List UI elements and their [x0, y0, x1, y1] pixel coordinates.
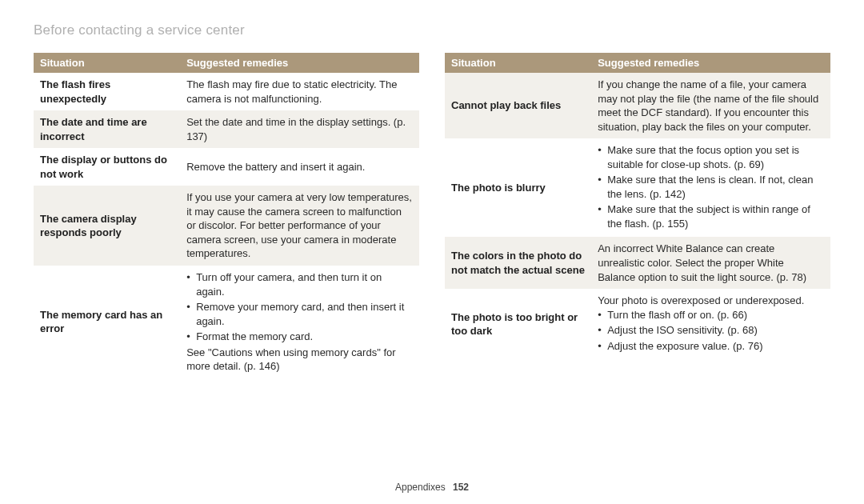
remedy-cell: Turn off your camera, and then turn it o…: [180, 266, 419, 378]
page-footer: Appendixes 152: [0, 482, 864, 493]
list-item: Adjust the ISO sensitivity. (p. 68): [598, 323, 824, 338]
situation-cell: The flash fires unexpectedly: [34, 73, 180, 110]
header-situation: Situation: [445, 53, 591, 73]
table-row: The photo is blurry Make sure that the f…: [445, 138, 830, 237]
situation-cell: The colors in the photo do not match the…: [445, 237, 591, 289]
remedy-cell: Remove the battery and insert it again.: [180, 148, 419, 186]
remedy-cell: If you use your camera at very low tempe…: [180, 186, 419, 266]
situation-cell: The camera display responds poorly: [34, 186, 180, 266]
table-row: The flash fires unexpectedly The flash m…: [34, 73, 419, 110]
list-item: Make sure that the focus option you set …: [598, 143, 824, 171]
table-row: The date and time are incorrect Set the …: [34, 110, 419, 148]
table-row: The display or buttons do not work Remov…: [34, 148, 419, 186]
table-row: Cannot play back files If you change the…: [445, 73, 830, 138]
header-remedies: Suggested remedies: [180, 53, 419, 73]
remedy-bullets: Turn the flash off or on. (p. 66) Adjust…: [598, 308, 824, 354]
situation-cell: The memory card has an error: [34, 266, 180, 378]
header-remedies: Suggested remedies: [591, 53, 830, 73]
situation-cell: The date and time are incorrect: [34, 110, 180, 148]
situation-cell: Cannot play back files: [445, 73, 591, 138]
remedy-cell: The flash may fire due to static electri…: [180, 73, 419, 110]
page-title: Before contacting a service center: [34, 22, 830, 38]
list-item: Adjust the exposure value. (p. 76): [598, 339, 824, 354]
header-situation: Situation: [34, 53, 180, 73]
remedy-cell: If you change the name of a file, your c…: [591, 73, 830, 138]
remedy-bullets: Make sure that the focus option you set …: [598, 143, 824, 230]
list-item: Turn the flash off or on. (p. 66): [598, 308, 824, 322]
list-item: Remove your memory card, and then insert…: [186, 300, 413, 328]
situation-cell: The photo is too bright or too dark: [445, 289, 591, 359]
list-item: Format the memory card.: [186, 330, 413, 344]
situation-cell: The display or buttons do not work: [34, 148, 180, 186]
left-column: Situation Suggested remedies The flash f…: [34, 53, 419, 378]
remedy-cell: An incorrect White Balance can create un…: [591, 237, 830, 289]
remedy-cell: Your photo is overexposed or underexpose…: [591, 289, 830, 359]
footer-section: Appendixes: [395, 482, 446, 493]
right-column: Situation Suggested remedies Cannot play…: [445, 53, 830, 378]
remedy-tail: See "Cautions when using memory cards" f…: [186, 346, 413, 374]
remedy-lead: Your photo is overexposed or underexpose…: [598, 294, 824, 308]
content-columns: Situation Suggested remedies The flash f…: [34, 53, 830, 378]
table-row: The photo is too bright or too dark Your…: [445, 289, 830, 359]
list-item: Make sure that the subject is within ran…: [598, 202, 824, 230]
situation-cell: The photo is blurry: [445, 138, 591, 237]
list-item: Turn off your camera, and then turn it o…: [186, 270, 413, 298]
troubleshoot-table-right: Situation Suggested remedies Cannot play…: [445, 53, 830, 359]
remedy-cell: Set the date and time in the display set…: [180, 110, 419, 148]
table-row: The colors in the photo do not match the…: [445, 237, 830, 289]
table-row: The memory card has an error Turn off yo…: [34, 266, 419, 378]
table-row: The camera display responds poorly If yo…: [34, 186, 419, 266]
troubleshoot-table-left: Situation Suggested remedies The flash f…: [34, 53, 419, 378]
list-item: Make sure that the lens is clean. If not…: [598, 173, 824, 201]
remedy-cell: Make sure that the focus option you set …: [591, 138, 830, 237]
footer-page-number: 152: [453, 482, 469, 493]
remedy-bullets: Turn off your camera, and then turn it o…: [186, 270, 413, 344]
